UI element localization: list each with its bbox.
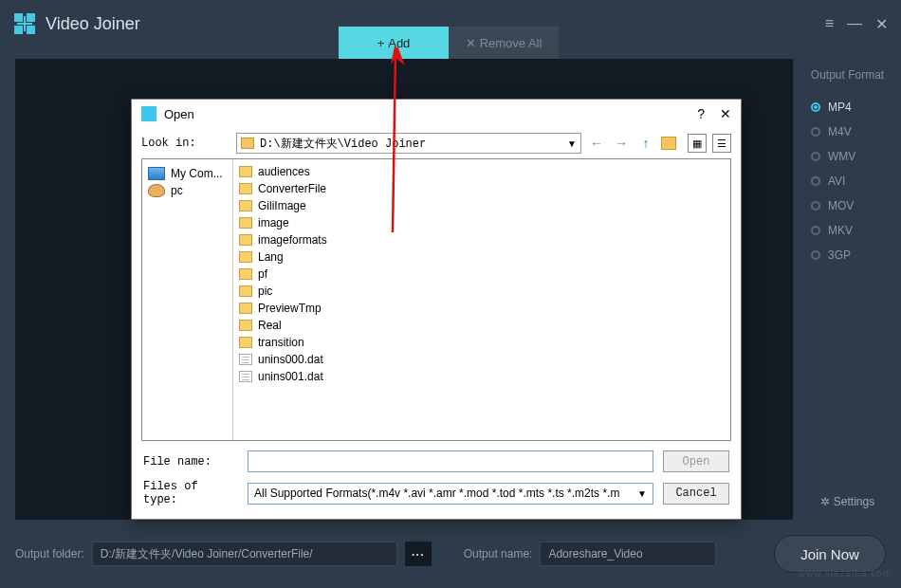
- folder-icon: [241, 138, 254, 149]
- format-option-m4v[interactable]: M4V: [794, 119, 901, 144]
- format-option-avi[interactable]: AVI: [794, 169, 901, 193]
- svg-rect-2: [14, 26, 23, 34]
- output-name-input[interactable]: [540, 542, 716, 566]
- format-option-3gp[interactable]: 3GP: [794, 243, 901, 267]
- window-menu-icon[interactable]: ≡: [825, 15, 834, 32]
- file-type-combobox[interactable]: All Supported Formats(*.m4v *.avi *.amr …: [248, 483, 653, 505]
- add-button-label: Add: [388, 36, 410, 50]
- folder-icon: [239, 285, 252, 297]
- list-item[interactable]: Real: [239, 317, 725, 334]
- lookin-combobox[interactable]: D:\新建文件夹\Video Joiner ▼: [236, 133, 581, 154]
- output-folder-label: Output folder:: [15, 547, 84, 560]
- list-item[interactable]: Lang: [239, 248, 725, 266]
- file-name: image: [258, 216, 289, 230]
- list-item[interactable]: transition: [239, 334, 725, 351]
- list-item[interactable]: PreviewTmp: [239, 300, 725, 317]
- folder-icon: [239, 234, 252, 246]
- file-name: audiences: [258, 165, 310, 178]
- format-label: AVI: [828, 175, 845, 188]
- place-pc[interactable]: pc: [146, 182, 229, 199]
- lookin-path: D:\新建文件夹\Video Joiner: [260, 136, 567, 152]
- file-name: ConverterFile: [258, 182, 326, 195]
- list-item[interactable]: unins001.dat: [239, 368, 725, 385]
- computer-icon: [148, 167, 165, 180]
- folder-icon: [239, 200, 252, 211]
- bottom-bar: Output folder: ··· Output name: Join Now: [15, 537, 886, 571]
- file-name: imageformats: [258, 233, 327, 247]
- nav-up-icon[interactable]: ↑: [636, 134, 655, 153]
- list-item[interactable]: GiliImage: [239, 197, 725, 214]
- format-option-mp4[interactable]: MP4: [794, 95, 901, 119]
- view-grid-icon[interactable]: ▦: [688, 134, 707, 153]
- file-name-label: File name:: [143, 455, 238, 469]
- file-list[interactable]: audiencesConverterFileGiliImageimageimag…: [233, 159, 730, 440]
- open-file-dialog: Open ? ✕ Look in: D:\新建文件夹\Video Joiner …: [131, 99, 742, 520]
- list-item[interactable]: audiences: [239, 163, 725, 180]
- format-option-mov[interactable]: MOV: [794, 193, 901, 218]
- list-item[interactable]: unins000.dat: [239, 351, 725, 368]
- radio-icon: [811, 176, 820, 186]
- output-format-sidebar: Output Format MP4M4VWMVAVIMOVMKV3GP Sett…: [793, 59, 901, 520]
- format-label: MOV: [828, 199, 854, 212]
- join-now-button[interactable]: Join Now: [774, 535, 886, 573]
- folder-icon: [239, 337, 252, 348]
- dialog-title: Open: [164, 107, 194, 121]
- dialog-titlebar[interactable]: Open ? ✕: [132, 100, 741, 128]
- place-mycom[interactable]: My Com...: [146, 165, 229, 182]
- dialog-close-icon[interactable]: ✕: [720, 106, 731, 121]
- file-name: pic: [258, 285, 272, 298]
- radio-icon: [811, 226, 820, 235]
- lookin-label: Look in:: [141, 137, 230, 150]
- nav-forward-icon[interactable]: →: [612, 134, 631, 153]
- window-close-icon[interactable]: ✕: [875, 15, 888, 33]
- dialog-toolbar: Look in: D:\新建文件夹\Video Joiner ▼ ← → ↑ ▦…: [132, 128, 741, 158]
- file-name: PreviewTmp: [258, 302, 322, 315]
- format-label: WMV: [828, 150, 855, 163]
- radio-icon: [811, 152, 820, 161]
- settings-button[interactable]: Settings: [794, 495, 901, 508]
- nav-back-icon[interactable]: ←: [587, 134, 606, 153]
- list-item[interactable]: pic: [239, 283, 725, 300]
- dialog-cancel-button[interactable]: Cancel: [663, 483, 729, 505]
- file-name: pf: [258, 267, 267, 281]
- dialog-help-icon[interactable]: ?: [697, 106, 705, 121]
- user-icon: [148, 184, 165, 197]
- file-icon: [239, 354, 252, 365]
- app-title: Video Joiner: [46, 14, 140, 34]
- list-item[interactable]: imageformats: [239, 231, 725, 248]
- browse-folder-button[interactable]: ···: [405, 542, 432, 566]
- folder-icon: [239, 217, 252, 229]
- window-minimize-icon[interactable]: —: [847, 15, 862, 32]
- svg-rect-1: [27, 13, 35, 22]
- app-logo-icon: [13, 12, 36, 35]
- file-name: GiliImage: [258, 199, 306, 212]
- format-label: 3GP: [828, 248, 851, 262]
- radio-icon: [811, 201, 820, 211]
- remove-all-button[interactable]: ✕ Remove All: [449, 27, 559, 59]
- tab-strip: + Add ✕ Remove All: [339, 27, 559, 59]
- list-item[interactable]: pf: [239, 266, 725, 283]
- dialog-open-button[interactable]: Open: [663, 450, 729, 472]
- list-item[interactable]: ConverterFile: [239, 180, 725, 197]
- file-type-value: All Supported Formats(*.m4v *.avi *.amr …: [254, 487, 619, 500]
- view-list-icon[interactable]: ☰: [712, 134, 731, 153]
- file-name: unins001.dat: [258, 370, 323, 383]
- radio-icon: [811, 127, 820, 137]
- chevron-down-icon: ▼: [567, 138, 577, 149]
- format-option-mkv[interactable]: MKV: [794, 218, 901, 243]
- place-label: pc: [171, 184, 183, 197]
- dialog-app-icon: [141, 106, 156, 121]
- file-name: unins000.dat: [258, 353, 323, 366]
- output-folder-input[interactable]: [92, 542, 397, 566]
- list-item[interactable]: image: [239, 214, 725, 231]
- output-name-label: Output name:: [464, 547, 533, 560]
- add-button[interactable]: + Add: [339, 27, 449, 59]
- radio-icon: [811, 250, 820, 260]
- plus-icon: +: [377, 36, 385, 50]
- new-folder-icon[interactable]: [661, 137, 676, 150]
- file-name: transition: [258, 336, 304, 349]
- file-name-input[interactable]: [248, 450, 653, 472]
- folder-icon: [239, 251, 252, 263]
- folder-icon: [239, 166, 252, 177]
- format-option-wmv[interactable]: WMV: [794, 144, 901, 169]
